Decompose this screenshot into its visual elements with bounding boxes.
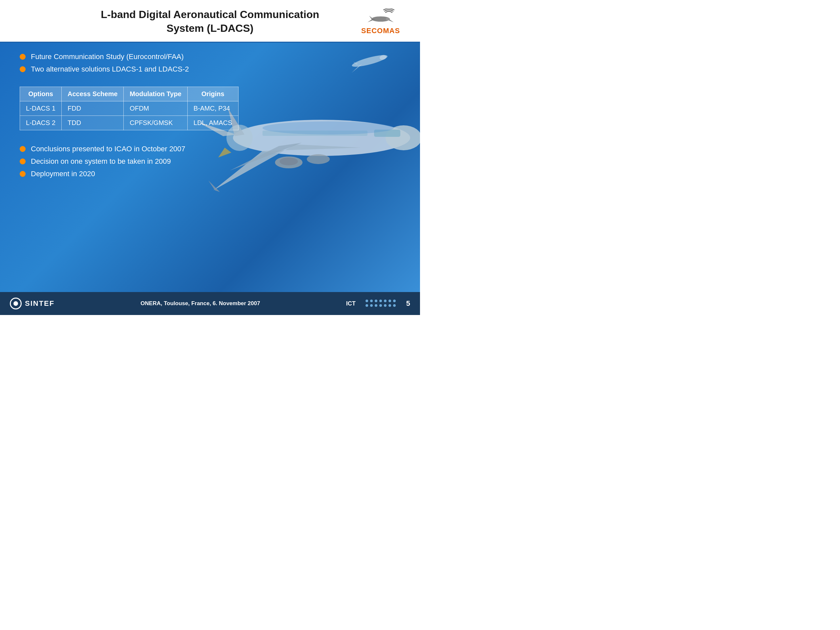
footer-right: ICT 5 (346, 299, 410, 308)
dot (393, 304, 396, 307)
bullet-text-5: Deployment in 2020 (31, 170, 95, 178)
dot (375, 300, 377, 302)
secomas-logo-icon (364, 8, 397, 27)
row2-options: L-DACS 2 (20, 116, 62, 130)
table-header-row: Options Access Scheme Modulation Type Or… (20, 87, 238, 101)
sintef-logo-icon (10, 298, 22, 309)
svg-point-18 (262, 122, 394, 134)
col-header-options: Options (20, 87, 62, 101)
logo-area: SECOMAS (354, 8, 407, 35)
footer-event-text: ONERA, Toulouse, France, 6. November 200… (141, 300, 260, 307)
bullet-item-3: Conclusions presented to ICAO in October… (20, 145, 400, 153)
dot (379, 300, 382, 302)
bullet-text-2: Two alternative solutions LDACS-1 and LD… (31, 65, 189, 74)
dot (366, 300, 368, 302)
header-title: L-band Digital Aeronautical Communicatio… (66, 8, 354, 35)
bullet-dot-5 (20, 171, 25, 177)
bullet-item-1: Future Communication Study (Eurocontrol/… (20, 52, 400, 61)
row2-modulation: CPFSK/GMSK (124, 116, 187, 130)
title-line1: L-band Digital Aeronautical Communicatio… (101, 8, 319, 21)
dot (384, 304, 387, 307)
slide-header: L-band Digital Aeronautical Communicatio… (0, 0, 420, 43)
title-line2: System (L-DACS) (167, 22, 254, 34)
bullet-dot-3 (20, 146, 25, 152)
logo-text: SECOMAS (361, 27, 400, 35)
dot (388, 300, 391, 302)
bullet-dot-4 (20, 158, 25, 164)
dot (375, 304, 377, 307)
dot (393, 300, 396, 302)
bullet-text-4: Decision on one system to be taken in 20… (31, 157, 171, 166)
dot (370, 304, 373, 307)
bullet-dot-2 (20, 66, 25, 72)
dot (379, 304, 382, 307)
table-row: L-DACS 2 TDD CPFSK/GMSK LDL, AMACS (20, 116, 238, 130)
footer-logo-text: SINTEF (25, 299, 54, 308)
slide-main: Future Communication Study (Eurocontrol/… (0, 43, 420, 292)
dot (388, 304, 391, 307)
row1-origins: B-AMC, P34 (187, 101, 238, 116)
svg-point-4 (386, 18, 390, 21)
row1-modulation: OFDM (124, 101, 187, 116)
row1-options: L-DACS 1 (20, 101, 62, 116)
footer-page-number: 5 (406, 299, 410, 308)
row2-origins: LDL, AMACS (187, 116, 238, 130)
footer-ict-label: ICT (346, 300, 356, 307)
bullet-text-1: Future Communication Study (Eurocontrol/… (31, 52, 184, 61)
row1-access: FDD (62, 101, 124, 116)
bullet-item-2: Two alternative solutions LDACS-1 and LD… (20, 65, 400, 74)
ldacs-table: Options Access Scheme Modulation Type Or… (20, 87, 238, 130)
footer-logo: SINTEF (10, 298, 54, 309)
col-header-origins: Origins (187, 87, 238, 101)
bullet-dot-1 (20, 54, 25, 60)
row2-access: TDD (62, 116, 124, 130)
dot (370, 300, 373, 302)
svg-marker-17 (208, 180, 220, 192)
table-row: L-DACS 1 FDD OFDM B-AMC, P34 (20, 101, 238, 116)
col-header-modulation: Modulation Type (124, 87, 187, 101)
dot (384, 300, 387, 302)
footer-dots-decoration (366, 300, 396, 308)
bullet-item-4: Decision on one system to be taken in 20… (20, 157, 400, 166)
col-header-access: Access Scheme (62, 87, 124, 101)
bottom-bullets: Conclusions presented to ICAO in October… (20, 145, 400, 178)
data-table-wrapper: Options Access Scheme Modulation Type Or… (20, 87, 238, 130)
dot (366, 304, 368, 307)
bullet-text-3: Conclusions presented to ICAO in October… (31, 145, 185, 153)
slide-footer: SINTEF ONERA, Toulouse, France, 6. Novem… (0, 292, 420, 315)
bullet-item-5: Deployment in 2020 (20, 170, 400, 178)
top-bullets: Future Communication Study (Eurocontrol/… (20, 52, 400, 74)
